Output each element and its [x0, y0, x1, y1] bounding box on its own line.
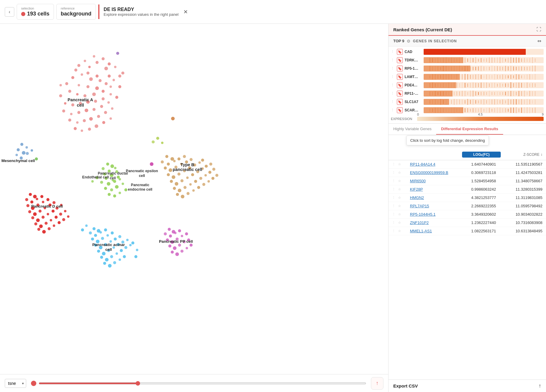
svg-point-55: [81, 130, 83, 132]
row-dot-icon[interactable]: ⋮: [392, 221, 396, 225]
gene-dot-icon[interactable]: ⋮: [391, 91, 395, 96]
svg-point-249: [150, 162, 153, 166]
table-row: ⋮ ☆ MMEL1-AS1 1.0822563171 10.6313848495: [389, 227, 546, 235]
gene-link[interactable]: ZNF101P2: [410, 220, 462, 225]
svg-point-22: [113, 79, 115, 81]
svg-point-212: [105, 258, 108, 262]
reference-value: background: [61, 11, 91, 17]
row-star-icon[interactable]: ☆: [398, 204, 402, 208]
expand-icon[interactable]: ⛶: [536, 27, 541, 32]
svg-point-36: [102, 97, 104, 100]
upload-button[interactable]: ↑: [371, 377, 383, 390]
svg-point-105: [177, 157, 180, 160]
expr-tick-0: 0: [417, 113, 419, 116]
row-dot-icon[interactable]: ⋮: [392, 162, 396, 167]
table-row: ⋮ ☆ ENSG00000199959.B 0.3069723118 11.42…: [389, 169, 546, 177]
gene-dot-icon[interactable]: ⋮: [391, 58, 395, 62]
de-ready-box: DE IS READY Explore expression values in…: [98, 4, 194, 19]
svg-point-124: [186, 177, 189, 179]
row-dot-icon[interactable]: ⋮: [392, 212, 396, 217]
svg-point-71: [35, 157, 38, 160]
svg-point-49: [83, 119, 86, 122]
gene-bookmark-icon[interactable]: 🔖: [397, 99, 403, 105]
svg-point-8: [86, 71, 89, 74]
svg-point-225: [131, 242, 134, 245]
gene-bookmark-icon[interactable]: 🔖: [397, 91, 403, 97]
tab-differential-expression[interactable]: Differential Expression Results: [436, 124, 503, 135]
tab-highly-variable[interactable]: Highly Variable Genes: [389, 124, 436, 135]
scatter-plot[interactable]: Pancreatic A cell Mesenchymal cell Endot…: [0, 24, 388, 374]
row-star-icon[interactable]: ☆: [398, 221, 402, 225]
gene-heatbar: [424, 107, 544, 113]
row-star-icon[interactable]: ☆: [398, 187, 402, 192]
gene-heatbar: [424, 74, 544, 80]
row-star-icon[interactable]: ☆: [398, 229, 402, 233]
scatter-area[interactable]: Pancreatic A cell Mesenchymal cell Endot…: [0, 24, 388, 374]
right-panel: Ranked Genes (Current DE) ⛶ TOP 9 ⚙ GENE…: [388, 24, 546, 392]
gene-dot-icon[interactable]: ⋮: [391, 83, 395, 87]
gene-bookmark-icon[interactable]: 🔖: [397, 57, 403, 63]
gene-dot-icon[interactable]: ⋮: [391, 50, 395, 54]
row-dot-icon[interactable]: ⋮: [392, 187, 396, 192]
close-de-button[interactable]: ✕: [182, 8, 190, 16]
gene-dot-icon[interactable]: ⋮: [391, 100, 395, 104]
svg-point-65: [17, 148, 20, 151]
gene-link[interactable]: KIF28P: [410, 187, 462, 192]
row-star-icon[interactable]: ☆: [398, 171, 402, 175]
row-star-icon[interactable]: ☆: [398, 212, 402, 217]
table-row: ⋮ ☆ KIF28P 0.9986063242 11.3280315399: [389, 185, 546, 194]
expression-bar: 0 4.5 9: [417, 117, 544, 121]
gene-link[interactable]: HMGN2: [410, 195, 462, 200]
svg-point-141: [187, 192, 190, 195]
zscore-value: 11.3280315399: [501, 187, 542, 192]
gene-link[interactable]: RP5-1044H5.1: [410, 212, 462, 217]
gene-bookmark-icon[interactable]: 🔖: [397, 66, 403, 71]
row-dot-icon[interactable]: ⋮: [392, 171, 396, 175]
row-star-icon[interactable]: ☆: [398, 196, 402, 200]
export-icon[interactable]: ↑: [539, 383, 541, 389]
svg-point-91: [108, 193, 111, 196]
svg-point-38: [118, 85, 121, 88]
svg-point-16: [108, 74, 111, 77]
back-button[interactable]: ‹: [5, 7, 14, 17]
row-star-icon[interactable]: ☆: [398, 179, 402, 183]
de-ready-title: DE IS READY: [104, 7, 178, 12]
svg-point-139: [176, 193, 179, 196]
gene-bookmark-icon[interactable]: 🔖: [397, 82, 403, 88]
tsne-select[interactable]: tsne umap: [5, 379, 26, 388]
gene-heatbar: [424, 91, 544, 97]
svg-point-125: [191, 173, 194, 176]
gene-link[interactable]: MMEL1-AS1: [410, 229, 462, 233]
arrow-double-icon[interactable]: ⇔: [537, 38, 541, 44]
row-dot-icon[interactable]: ⋮: [392, 229, 396, 233]
svg-point-42: [85, 108, 88, 112]
row-star-icon[interactable]: ☆: [398, 162, 402, 167]
gene-dot-icon[interactable]: ⋮: [391, 75, 395, 79]
gene-link[interactable]: RP11-84A14.4: [410, 162, 462, 167]
de-table[interactable]: ⋮ ☆ RP11-84A14.4 1.6407440901 11.5351190…: [389, 160, 546, 379]
gene-link[interactable]: ENSG00000199959.B: [410, 170, 462, 175]
fc-col-header[interactable]: LOG₂(FC): [462, 152, 501, 158]
zscore-col-header[interactable]: Z-SCORE ↕: [501, 153, 542, 157]
svg-point-67: [15, 154, 18, 156]
gene-dot-icon[interactable]: ⋮: [391, 108, 395, 112]
gear-icon[interactable]: ⚙: [407, 39, 411, 43]
gene-bookmark-icon[interactable]: 🔖: [397, 107, 403, 113]
row-icons: ⋮ ☆: [392, 162, 410, 167]
svg-point-181: [42, 230, 46, 234]
gene-link[interactable]: MIR6500: [410, 179, 462, 183]
svg-point-63: [20, 143, 23, 146]
row-dot-icon[interactable]: ⋮: [392, 196, 396, 200]
gene-dot-icon[interactable]: ⋮: [391, 66, 395, 71]
size-slider[interactable]: [39, 382, 366, 384]
svg-point-144: [202, 183, 205, 186]
gene-link[interactable]: RPL7AP15: [410, 204, 462, 208]
row-dot-icon[interactable]: ⋮: [392, 204, 396, 208]
upload-icon: ↑: [376, 380, 379, 386]
gene-bookmark-icon[interactable]: 🔖: [397, 49, 403, 55]
svg-point-192: [104, 228, 107, 231]
row-dot-icon[interactable]: ⋮: [392, 179, 396, 183]
gene-bookmark-icon[interactable]: 🔖: [397, 74, 403, 80]
svg-point-151: [25, 198, 28, 201]
svg-point-215: [120, 249, 123, 252]
